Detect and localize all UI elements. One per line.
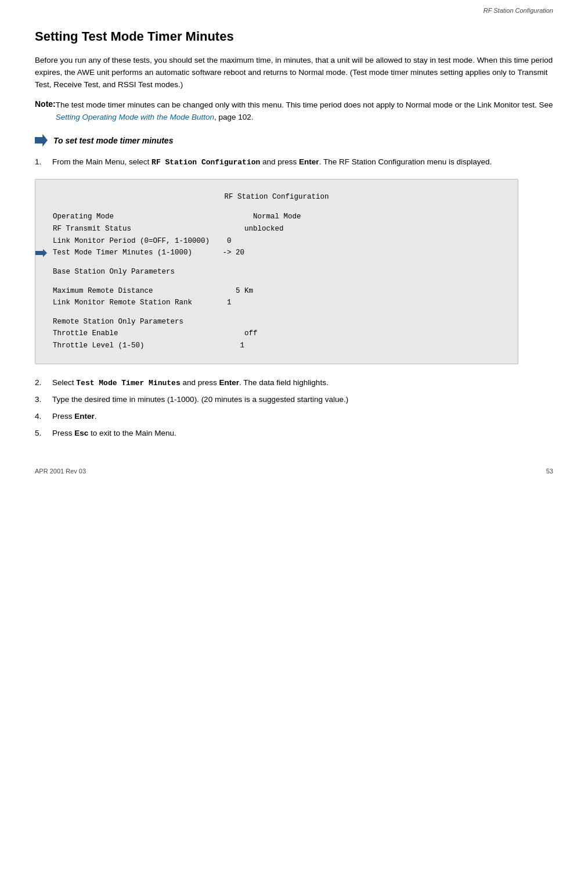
- page-container: RF Station Configuration Setting Test Mo…: [0, 0, 588, 486]
- terminal-row-arrow-icon: [35, 249, 47, 257]
- step-4-text: Press Enter.: [52, 412, 97, 421]
- step-5: 5. Press Esc to exit to the Main Menu.: [35, 428, 553, 440]
- step-3-num: 3.: [35, 394, 41, 406]
- terminal-container: RF Station Configuration Operating Mode …: [17, 179, 553, 364]
- step-4: 4. Press Enter.: [35, 411, 553, 423]
- terminal-line-7: Link Monitor Remote Station Rank 1: [53, 297, 500, 309]
- intro-paragraph: Before you run any of these tests, you s…: [35, 55, 553, 91]
- note-text: The test mode timer minutes can be chang…: [56, 99, 553, 124]
- procedure-heading: To set test mode timer minutes: [35, 134, 553, 147]
- step-5-bold: Esc: [74, 429, 88, 437]
- terminal-title: RF Station Configuration: [53, 191, 500, 203]
- note-label: Note:: [35, 99, 56, 124]
- terminal-line-1: Operating Mode Normal Mode: [53, 211, 500, 223]
- terminal-line-8: Remote Station Only Parameters: [53, 316, 500, 328]
- step-4-bold: Enter: [74, 412, 95, 421]
- page-title: Setting Test Mode Timer Minutes: [35, 29, 553, 44]
- terminal-line-4: Test Mode Timer Minutes (1-1000) -> 20: [53, 247, 500, 259]
- step-2-num: 2.: [35, 377, 41, 389]
- step-1-bold: Enter: [299, 157, 319, 166]
- step-4-num: 4.: [35, 411, 41, 423]
- footer-right: 53: [546, 468, 553, 475]
- step-1-num: 1.: [35, 156, 41, 168]
- term-spacer-3: [53, 309, 500, 316]
- procedure-heading-text: To set test mode timer minutes: [53, 136, 173, 145]
- steps-list: 1. From the Main Menu, select RF Station…: [35, 156, 553, 440]
- step-3: 3. Type the desired time in minutes (1-1…: [35, 394, 553, 406]
- step-2: 2. Select Test Mode Timer Minutes and pr…: [35, 377, 553, 389]
- step-1: 1. From the Main Menu, select RF Station…: [35, 156, 553, 168]
- terminal-line-9: Throttle Enable off: [53, 328, 500, 340]
- step-5-text: Press Esc to exit to the Main Menu.: [52, 429, 176, 437]
- step-1-text: From the Main Menu, select RF Station Co…: [52, 157, 492, 166]
- term-spacer-2: [53, 278, 500, 285]
- terminal-line-3: Link Monitor Period (0=OFF, 1-10000) 0: [53, 235, 500, 247]
- page-header: RF Station Configuration: [484, 7, 553, 14]
- step-2-bold: Enter: [219, 378, 240, 387]
- terminal-line-10: Throttle Level (1-50) 1: [53, 340, 500, 352]
- term-spacer-1: [53, 259, 500, 266]
- step-5-num: 5.: [35, 428, 41, 440]
- step-2-text: Select Test Mode Timer Minutes and press…: [52, 378, 329, 387]
- page-footer: APR 2001 Rev 03 53: [35, 468, 553, 475]
- step-1-code: RF Station Configuration: [151, 158, 260, 167]
- footer-left: APR 2001 Rev 03: [35, 468, 86, 475]
- header-title: RF Station Configuration: [484, 7, 553, 14]
- terminal-line-5: Base Station Only Parameters: [53, 266, 500, 278]
- procedure-arrow-icon: [35, 134, 48, 147]
- terminal-line-6: Maximum Remote Distance 5 Km: [53, 285, 500, 297]
- note-link[interactable]: Setting Operating Mode with the Mode But…: [56, 113, 214, 121]
- terminal-box: RF Station Configuration Operating Mode …: [35, 179, 518, 364]
- step-3-text: Type the desired time in minutes (1-1000…: [52, 395, 348, 404]
- step-2-code: Test Mode Timer Minutes: [76, 379, 180, 387]
- terminal-line-2: RF Transmit Status unblocked: [53, 223, 500, 235]
- note-block: Note: The test mode timer minutes can be…: [35, 99, 553, 124]
